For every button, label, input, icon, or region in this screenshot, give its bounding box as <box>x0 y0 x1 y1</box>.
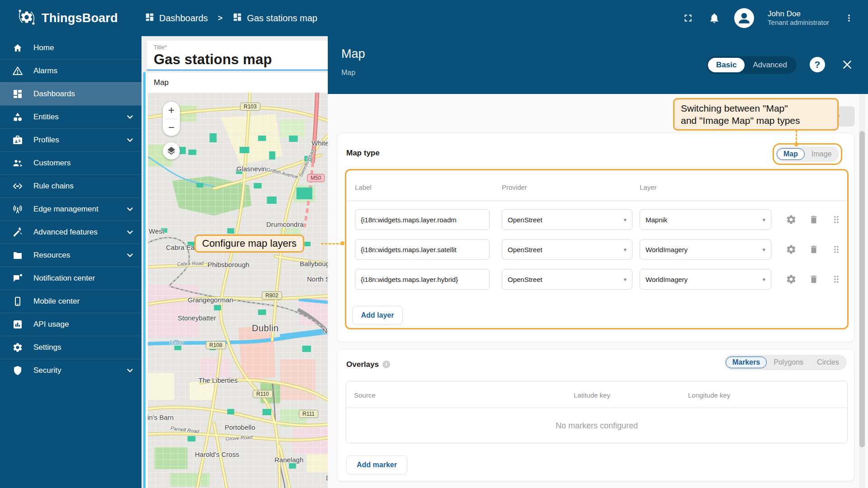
layer-provider-select[interactable]: OpenStreet ▾ <box>502 269 632 290</box>
chevron-down-icon <box>126 253 133 257</box>
sidebar-item-profiles[interactable]: Profiles <box>0 128 142 151</box>
layer-label-input[interactable] <box>355 239 490 260</box>
settings-panel-title: Map <box>341 47 365 61</box>
column-header-layer: Layer <box>640 183 657 191</box>
map-place-label: Grangegorman <box>188 296 233 304</box>
breadcrumb-dashboards[interactable]: Dashboards <box>145 12 208 24</box>
sidebar-item-entities[interactable]: Entities <box>0 105 142 128</box>
map-type-card: Map type Map Image Label Provider Layer … <box>337 133 854 342</box>
layer-drag-handle[interactable] <box>830 214 842 225</box>
sidebar-item-notification-center[interactable]: Notification center <box>0 267 142 290</box>
map-type-option-map[interactable]: Map <box>777 148 805 160</box>
layer-label-input[interactable] <box>355 209 490 230</box>
layer-delete-trash-icon[interactable] <box>808 214 820 225</box>
fullscreen-icon[interactable] <box>682 12 694 24</box>
scrollbar-thumb[interactable] <box>859 131 865 447</box>
user-name: John Doe <box>768 9 829 19</box>
app-logo[interactable]: ThingsBoard <box>0 8 124 28</box>
add-marker-button[interactable]: Add marker <box>346 455 407 474</box>
folder-icon <box>12 249 24 261</box>
dashboard-title-value[interactable]: Gas stations map <box>154 52 328 68</box>
chevron-down-icon <box>126 207 133 211</box>
dropdown-caret-icon: ▾ <box>623 216 627 223</box>
map-place-label: Dublin <box>252 323 279 333</box>
overlays-option-polygons[interactable]: Polygons <box>767 357 810 368</box>
overlays-label: Overlaysi <box>346 360 390 369</box>
map-road-label: Cabra Road <box>177 260 204 267</box>
layer-type-select[interactable]: Mapnik ▾ <box>640 209 771 230</box>
user-avatar[interactable] <box>734 8 754 28</box>
basic-advanced-toggle: Basic Advanced <box>707 56 797 74</box>
chevron-down-icon <box>126 138 133 142</box>
warning-icon <box>12 65 24 77</box>
overlays-option-markers[interactable]: Markers <box>726 357 767 368</box>
sidebar-item-advanced-features[interactable]: Advanced features <box>0 221 142 244</box>
info-icon: i <box>382 361 390 368</box>
close-icon[interactable] <box>840 57 855 72</box>
map-place-label: Glasnevin <box>236 165 267 173</box>
map-place-label: North Strand <box>307 275 328 283</box>
layer-label-input[interactable] <box>355 269 490 290</box>
add-layer-button[interactable]: Add layer <box>352 306 403 325</box>
layer-drag-handle[interactable] <box>830 244 842 255</box>
road-ref-badge: R110 <box>253 390 273 398</box>
dashboard-title-field[interactable]: Title* Gas stations map <box>147 41 328 70</box>
sidebar-item-security[interactable]: Security <box>0 359 142 382</box>
help-icon[interactable]: ? <box>810 57 825 72</box>
annotation-layers-callout: Configure map layers <box>194 235 304 253</box>
layer-settings-gear-icon[interactable] <box>785 214 797 225</box>
column-header-label: Label <box>355 183 372 191</box>
map-image-toggle: Map Image <box>776 146 839 162</box>
basic-mode-tab[interactable]: Basic <box>708 58 745 72</box>
sidebar-item-alarms[interactable]: Alarms <box>0 59 142 82</box>
layer-settings-gear-icon[interactable] <box>785 273 797 285</box>
layer-provider-select[interactable]: OpenStreet ▾ <box>502 209 632 230</box>
divider <box>346 408 847 408</box>
people-icon <box>12 157 24 169</box>
overlays-option-circles[interactable]: Circles <box>810 357 846 368</box>
sidebar-item-customers[interactable]: Customers <box>0 151 142 174</box>
antenna-icon <box>12 203 24 215</box>
sidebar-item-edge-management[interactable]: Edge management <box>0 197 142 221</box>
map-water-label: Liffey <box>170 338 184 345</box>
dropdown-caret-icon: ▾ <box>623 276 627 283</box>
layer-drag-handle[interactable] <box>830 273 842 285</box>
sidebar-item-rule-chains[interactable]: Rule chains <box>0 174 142 197</box>
map-canvas[interactable]: Whitehall Glasnevin Griffith Avenue Swor… <box>148 93 328 488</box>
kebab-menu-icon[interactable] <box>843 12 855 24</box>
map-widget-card[interactable]: Map <box>143 72 328 488</box>
settings-panel-body: Apply Map type Map Image Label Provider … <box>328 94 868 488</box>
shield-icon <box>12 365 24 376</box>
advanced-mode-tab[interactable]: Advanced <box>745 58 795 72</box>
road-ref-badge: R802 <box>262 291 282 300</box>
layer-type-select[interactable]: WorldImagery ▾ <box>640 239 771 260</box>
map-layers-button[interactable] <box>163 142 180 160</box>
layer-delete-trash-icon[interactable] <box>808 244 820 255</box>
motorway-ref-badge: M50 <box>307 174 325 182</box>
map-place-label: Harold's Cross <box>195 450 239 458</box>
sidebar-item-api-usage[interactable]: API usage <box>0 313 142 336</box>
sidebar-item-settings[interactable]: Settings <box>0 336 142 359</box>
notification-icon <box>12 272 24 284</box>
home-icon <box>12 42 24 54</box>
dropdown-caret-icon: ▾ <box>762 216 765 223</box>
notifications-bell-icon[interactable] <box>708 12 721 24</box>
map-place-label: Drumcondra <box>266 221 304 228</box>
dashboard-icon <box>232 12 242 24</box>
layer-delete-trash-icon[interactable] <box>808 273 820 285</box>
layer-settings-gear-icon[interactable] <box>785 244 797 255</box>
app-header: ThingsBoard Dashboards > Gas stations ma… <box>0 0 868 36</box>
sidebar-item-dashboards[interactable]: Dashboards <box>0 82 142 105</box>
sidebar-nav: Home Alarms Dashboards Entities Profiles… <box>0 36 142 488</box>
breadcrumb: Dashboards > Gas stations map <box>145 12 317 24</box>
zoom-in-button[interactable]: + <box>163 102 180 119</box>
layer-provider-select[interactable]: OpenStreet ▾ <box>502 239 632 260</box>
sidebar-item-home[interactable]: Home <box>0 36 142 59</box>
sidebar-item-resources[interactable]: Resources <box>0 244 142 267</box>
layer-type-select[interactable]: WorldImagery ▾ <box>640 269 771 290</box>
zoom-out-button[interactable]: − <box>163 119 180 136</box>
sidebar-item-mobile-center[interactable]: Mobile center <box>0 290 142 313</box>
panel-scrollbar[interactable] <box>859 94 865 488</box>
breadcrumb-current-dashboard[interactable]: Gas stations map <box>232 12 317 24</box>
map-type-option-image[interactable]: Image <box>805 148 838 160</box>
